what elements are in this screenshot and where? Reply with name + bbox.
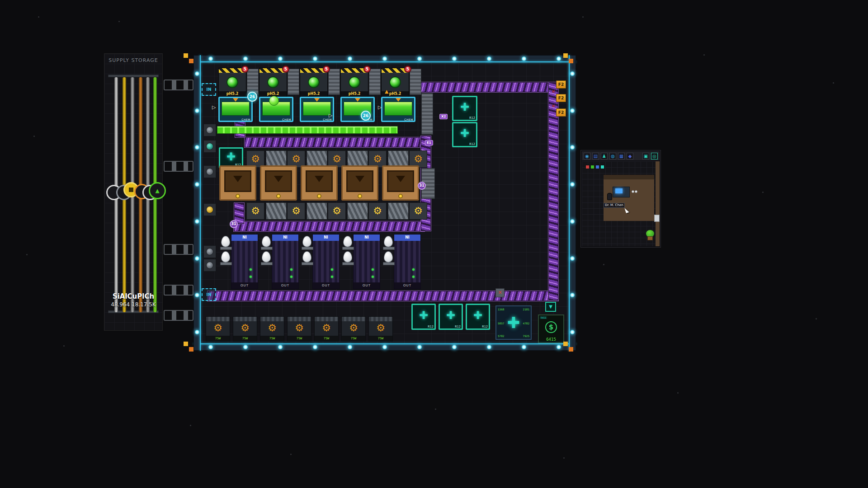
ventilation-unit[interactable]: ✚ 1368 2181 5857 4782 5782 7925 — [495, 305, 532, 340]
cargo-icon[interactable]: ▤ — [592, 153, 599, 160]
count-badge: 5 — [363, 66, 371, 73]
wall-bottom — [193, 343, 576, 351]
count-badge: 5 — [241, 66, 249, 73]
mixer-machine[interactable]: ⚙ — [328, 202, 346, 220]
down-arrow-icon — [355, 176, 364, 182]
belt-tag: E1 — [425, 140, 433, 145]
pump-machine[interactable]: ⚙75W — [314, 316, 339, 342]
pump-machine[interactable]: ⚙75W — [341, 316, 366, 342]
supply-elements-label: SiAlCuPlCh — [104, 292, 162, 300]
storage-chest[interactable] — [301, 165, 338, 201]
incubator-machine[interactable]: NIOUT — [231, 234, 258, 289]
pump-machine[interactable]: ⚙75W — [368, 316, 393, 342]
incubator-machine[interactable]: NIOUT — [312, 234, 340, 289]
crusher-machine[interactable] — [266, 202, 287, 220]
wall-light — [417, 56, 422, 61]
cooler-machine[interactable]: ✚R12 — [452, 122, 477, 147]
cash-terminal[interactable]: 5411 $ 6415 — [538, 314, 564, 343]
mixer-machine[interactable]: ⚙ — [409, 202, 427, 220]
worker-character[interactable] — [607, 193, 612, 200]
vent-machine[interactable] — [247, 69, 259, 95]
f2-badge[interactable]: F2 — [556, 108, 566, 117]
mixer-machine[interactable]: ⚙ — [368, 202, 387, 220]
belt-tag: X2 — [439, 114, 448, 119]
fan-icon: ✚ — [226, 151, 236, 162]
wall-device[interactable] — [203, 203, 216, 216]
blocked-device[interactable]: ✕ — [495, 288, 505, 297]
output-chute[interactable]: ▼ — [545, 302, 556, 312]
supply-bin[interactable] — [595, 165, 599, 169]
in-port[interactable]: IN — [202, 83, 216, 96]
cooler-machine[interactable]: ✚R12 — [452, 96, 477, 121]
out-label: OUT — [231, 282, 258, 289]
pump-machine[interactable]: ⚙75W — [233, 316, 257, 342]
power-label: 75W — [233, 336, 257, 341]
conveyor-belt[interactable] — [244, 137, 424, 148]
supply-bin[interactable] — [600, 165, 604, 169]
storage-chest[interactable] — [219, 165, 256, 201]
warning-icon: ▲ — [385, 89, 388, 94]
crusher-machine[interactable] — [388, 202, 409, 220]
f2-badge[interactable]: F2 — [556, 80, 566, 89]
cooler-machine[interactable]: ✚R12 — [411, 304, 436, 330]
mixer-machine[interactable]: ⚙ — [287, 202, 305, 220]
out-label: OUT — [394, 282, 420, 289]
wall-device[interactable] — [203, 245, 216, 258]
cooler-machine[interactable]: ✚R12 — [439, 304, 463, 330]
chem-tank[interactable]: CHEM — [218, 97, 253, 122]
status-led — [331, 268, 333, 271]
supply-gauge-green[interactable]: ▲ — [149, 182, 166, 199]
pump-machine[interactable]: ⚙75W — [260, 316, 284, 342]
conveyor-belt[interactable] — [420, 82, 550, 93]
fan-icon: ✚ — [446, 310, 455, 321]
reactor-machine[interactable]: pH5.25 — [259, 68, 287, 97]
storage-chest[interactable] — [341, 165, 378, 201]
in-port[interactable]: IN — [202, 288, 216, 301]
door[interactable] — [654, 215, 660, 222]
reactor-machine[interactable]: pH5.25 — [218, 68, 246, 97]
incubator-machine[interactable]: NIOUT — [272, 234, 299, 289]
crusher-machine[interactable] — [307, 202, 327, 220]
reactor-window — [259, 73, 287, 91]
crew-icon[interactable]: ◉ — [584, 153, 590, 160]
worker-name-tag: Dr. M. Chen — [604, 203, 625, 208]
vent-machine[interactable] — [328, 69, 340, 95]
conveyor-belt[interactable] — [207, 291, 559, 301]
chem-tank[interactable]: CHEM — [381, 97, 415, 122]
supply-bin[interactable] — [585, 165, 590, 169]
mixer-machine[interactable]: ⚙ — [246, 202, 264, 220]
gear-icon: ⚙ — [251, 206, 260, 216]
f2-badge[interactable]: F2 — [556, 94, 566, 102]
reactor-machine[interactable]: pH5.25 — [340, 68, 368, 97]
wall-left — [193, 55, 201, 351]
wall-device[interactable] — [203, 165, 216, 178]
pump-machine[interactable]: ⚙75W — [206, 316, 230, 342]
storage-chest[interactable] — [260, 165, 297, 201]
vent-machine[interactable] — [421, 93, 433, 135]
incubator-machine[interactable]: NIOUT — [353, 234, 380, 289]
target-icon[interactable]: ◎ — [651, 153, 658, 160]
crusher-machine[interactable] — [347, 202, 368, 220]
vent-machine[interactable] — [288, 69, 299, 95]
research-icon[interactable]: ◍ — [609, 153, 616, 160]
conveyor-belt[interactable] — [233, 221, 425, 232]
wall-light — [382, 345, 387, 350]
supply-bin[interactable] — [590, 165, 594, 169]
wall-device[interactable] — [203, 124, 216, 136]
stats-icon[interactable]: ▦ — [618, 153, 625, 160]
vent-machine[interactable] — [410, 69, 421, 95]
corner-marker — [184, 342, 193, 352]
person-icon[interactable]: ♟ — [601, 153, 608, 160]
pump-machine[interactable]: ⚙75W — [287, 316, 311, 342]
vent-machine[interactable] — [369, 69, 381, 95]
wall-device[interactable] — [203, 259, 216, 272]
storage-chest[interactable] — [382, 165, 419, 201]
cooler-machine[interactable]: ✚R12 — [466, 304, 490, 330]
map-icon[interactable]: ▣ — [642, 153, 649, 160]
comms-icon[interactable]: ◆ — [627, 153, 633, 160]
reactor-machine[interactable]: pH5.25 — [300, 68, 328, 97]
wall-device[interactable] — [203, 140, 216, 153]
valve-icon — [206, 127, 213, 134]
incubator-machine[interactable]: NIOUT — [394, 234, 421, 289]
egg-item — [384, 251, 393, 263]
